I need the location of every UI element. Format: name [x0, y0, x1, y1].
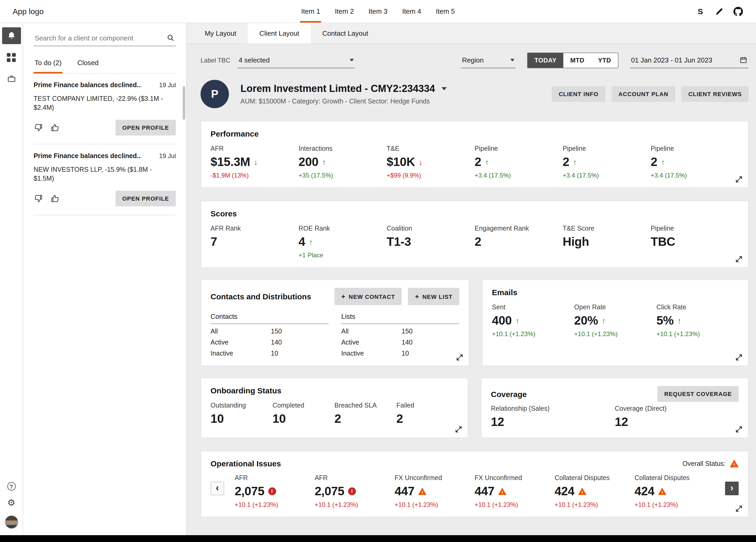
tab-closed[interactable]: Closed — [76, 54, 100, 73]
operational-panel: Operational Issues Overall Status: AFR 2… — [201, 451, 749, 517]
thumbs-down-icon[interactable] — [34, 123, 43, 132]
metric-label: Interactions — [298, 145, 386, 152]
region-select[interactable]: Region — [461, 53, 516, 68]
period-mtd[interactable]: MTD — [563, 53, 591, 68]
client-reviews-button[interactable]: CLIENT REVIEWS — [681, 86, 749, 102]
warning-icon — [498, 488, 507, 495]
expand-icon[interactable] — [735, 354, 743, 361]
expand-icon[interactable] — [735, 505, 743, 513]
period-toggle: TODAY MTD YTD — [527, 52, 618, 68]
period-today[interactable]: TODAY — [528, 53, 563, 68]
s-logo-icon[interactable]: S — [695, 6, 706, 17]
tab-todo[interactable]: To do (2) — [34, 54, 63, 73]
trend-down-icon — [254, 158, 258, 166]
search-icon[interactable] — [166, 34, 175, 42]
performance-panel: Performance AFR $15.3M -$1.9M (13%) Inte… — [201, 121, 749, 188]
nav-item-2[interactable]: Item 2 — [334, 0, 355, 23]
onboarding-coverage-row: Onboarding Status Outstanding 10 Complet… — [201, 378, 749, 438]
carousel-prev-button[interactable] — [211, 482, 224, 495]
icon-rail — [0, 23, 23, 535]
metric-delta: +$99 (9.9%) — [387, 172, 475, 179]
row-value: 10 — [271, 350, 278, 357]
metric-label: Coverage (Direct) — [615, 405, 739, 412]
pen-icon[interactable] — [714, 6, 725, 17]
emails-panel: Emails Sent 400 +10.1 (+1.23%) Open Rate… — [482, 280, 749, 366]
open-profile-button[interactable]: OPEN PROFILE — [115, 120, 176, 135]
search-input[interactable] — [35, 34, 166, 42]
request-coverage-button[interactable]: REQUEST COVERAGE — [657, 386, 739, 402]
github-icon[interactable] — [733, 6, 743, 17]
metric-delta: +10.1 (+1.23%) — [555, 501, 635, 508]
panel-title: Operational Issues — [211, 459, 281, 468]
error-icon — [348, 487, 356, 495]
metric-te-score: T&E Score High — [563, 225, 650, 259]
multi-select[interactable]: 4 selected — [238, 53, 355, 68]
panel-title: Contacts and Distributions — [211, 292, 311, 301]
new-list-button[interactable]: NEW LIST — [408, 288, 459, 305]
metric-collateral-disputes: Collateral Disputes 424 +10.1 (+1.23%) — [555, 474, 635, 508]
client-meta: Lorem Investment Limted - CMY2:234334 AU… — [240, 83, 447, 105]
expand-icon[interactable] — [455, 425, 463, 433]
panel-title: Onboarding Status — [211, 386, 458, 395]
briefcase-icon[interactable] — [2, 70, 21, 87]
trend-up-icon — [602, 317, 606, 325]
metric-value: 2 — [475, 235, 481, 249]
date-range-picker[interactable]: 01 Jan 2023 - 01 Jun 2023 — [630, 52, 749, 68]
nav-item-1[interactable]: Item 1 — [300, 0, 321, 23]
metric-label: ROE Rank — [298, 225, 386, 232]
trend-up-icon — [677, 317, 681, 325]
metric-relationship-sales: Relationship (Sales) 12 — [491, 405, 615, 429]
nav-item-3[interactable]: Item 3 — [367, 0, 389, 23]
warning-icon — [658, 488, 666, 495]
metric-value: 424 — [555, 484, 575, 498]
help-icon[interactable] — [7, 482, 15, 491]
tab-contact-layout[interactable]: Contact Layout — [311, 23, 380, 44]
new-contact-button[interactable]: NEW CONTACT — [334, 288, 402, 305]
coverage-metrics: Relationship (Sales) 12 Coverage (Direct… — [491, 405, 739, 429]
expand-icon[interactable] — [735, 255, 743, 263]
row-value: 150 — [271, 328, 282, 335]
client-info-button[interactable]: CLIENT INFO — [552, 86, 605, 102]
carousel-next-button[interactable] — [725, 482, 739, 495]
panel-title: Performance — [211, 129, 739, 138]
panel-title: Coverage — [491, 390, 527, 398]
open-profile-button[interactable]: OPEN PROFILE — [115, 190, 176, 206]
table-row: All150 — [211, 328, 329, 335]
user-avatar[interactable] — [4, 515, 18, 529]
client-name: Lorem Investment Limted - CMY2:234334 — [240, 83, 435, 94]
metric-label: Click Rate — [657, 304, 739, 311]
gear-icon[interactable] — [7, 498, 15, 507]
metric-engagement-rank: Engagement Rank 2 — [475, 225, 563, 259]
expand-icon[interactable] — [735, 175, 743, 183]
period-ytd[interactable]: YTD — [591, 53, 618, 68]
metric-fx-unconfirmed: FX Unconfirmed 447 +10.1 (+1.23%) — [395, 474, 475, 508]
thumbs-up-icon[interactable] — [50, 193, 60, 203]
performance-metrics: AFR $15.3M -$1.9M (13%) Interactions 200… — [211, 145, 739, 179]
tab-client-layout[interactable]: Client Layout — [248, 23, 311, 44]
table-row: All150 — [341, 328, 459, 335]
expand-icon[interactable] — [456, 354, 464, 361]
bell-icon[interactable] — [2, 27, 21, 44]
todo-card-actions: OPEN PROFILE — [34, 120, 176, 135]
thumbs-down-icon[interactable] — [34, 193, 43, 203]
todo-card-body: NEW INVESTORS LLP, -15.9% ($1.8M - $1.5M… — [34, 165, 166, 183]
todo-card-date: 19 Jul — [159, 152, 176, 160]
row-label: All — [341, 328, 402, 335]
metric-value: 447 — [475, 484, 495, 498]
thumbs-up-icon[interactable] — [50, 123, 60, 132]
metric-value: 2,075 — [315, 484, 344, 498]
trend-up-icon — [485, 158, 489, 166]
nav-item-4[interactable]: Item 4 — [401, 0, 422, 23]
account-plan-button[interactable]: ACCOUNT PLAN — [612, 86, 675, 102]
operational-carousel: AFR 2,075 +10.1 (+1.23%) AFR 2,075 +10.1… — [211, 474, 739, 508]
tab-my-layout[interactable]: My Layout — [193, 23, 248, 44]
operational-metrics: AFR 2,075 +10.1 (+1.23%) AFR 2,075 +10.1… — [230, 474, 719, 508]
sidebar-scrollbar[interactable] — [183, 86, 185, 120]
nav-item-5[interactable]: Item 5 — [435, 0, 456, 23]
expand-icon[interactable] — [735, 425, 743, 433]
metric-label: AFR — [235, 474, 315, 482]
apps-grid-icon[interactable] — [2, 49, 21, 66]
metric-value: 2 — [563, 155, 569, 169]
client-name-dropdown[interactable]: Lorem Investment Limted - CMY2:234334 — [240, 83, 447, 94]
scores-panel: Scores AFR Rank 7 ROE Rank 4 +1 Place Co… — [201, 201, 749, 268]
